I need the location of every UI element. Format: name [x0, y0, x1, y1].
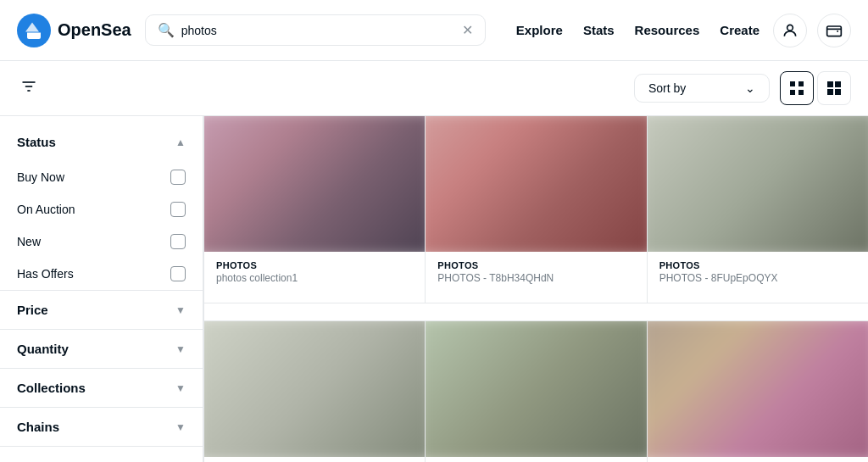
- sidebar-status-label: Status: [17, 135, 56, 149]
- nft-image-1: [204, 116, 425, 252]
- nft-card-5[interactable]: PHOTOS PHOTOS - 3w4t2Du4o3: [426, 321, 646, 462]
- sidebar-price-label: Price: [17, 303, 48, 317]
- nav-explore[interactable]: Explore: [516, 23, 563, 37]
- filter-buy-now-label: Buy Now: [17, 170, 64, 184]
- nav-stats[interactable]: Stats: [583, 23, 615, 37]
- opensea-logo-icon: [17, 14, 51, 47]
- nft-card-3[interactable]: PHOTOS PHOTOS - 8FUpEpOQYX: [648, 116, 868, 303]
- row-separator: [204, 303, 868, 320]
- sidebar-section-price: Price ▼: [0, 291, 203, 330]
- nft-info-5: PHOTOS PHOTOS - 3w4t2Du4o3: [426, 457, 646, 462]
- filter-new-checkbox[interactable]: [170, 234, 186, 249]
- filter-has-offers-label: Has Offers: [17, 267, 74, 281]
- nav-create[interactable]: Create: [720, 23, 760, 37]
- sidebar-chains-header[interactable]: Chains ▼: [0, 408, 203, 446]
- account-icon[interactable]: [773, 14, 807, 47]
- nft-info-1: photos photos collection1: [204, 252, 425, 296]
- svg-rect-7: [798, 81, 804, 86]
- nft-info-6: PHOTOS PHOTOS - wdQS8N7BgE: [648, 457, 868, 462]
- filter-toggle-icon[interactable]: [17, 75, 41, 103]
- nft-collection-1: photos: [216, 260, 413, 270]
- svg-rect-9: [798, 90, 804, 95]
- sidebar-price-header[interactable]: Price ▼: [0, 291, 203, 329]
- filter-on-auction-checkbox[interactable]: [170, 202, 186, 217]
- filter-buy-now-checkbox[interactable]: [170, 170, 186, 185]
- sidebar-category-label: Category: [17, 459, 72, 462]
- nft-grid: photos photos collection1 PHOTOS PHOTOS …: [203, 116, 868, 462]
- sidebar-section-chains: Chains ▼: [0, 408, 203, 447]
- search-icon: 🔍: [158, 22, 175, 38]
- nft-image-5: [426, 321, 646, 457]
- main-layout: Status ▲ Buy Now On Auction New Has Offe…: [0, 116, 868, 462]
- chevron-down-icon: ▼: [175, 343, 186, 355]
- logo-area: OpenSea: [17, 14, 131, 47]
- large-grid-view-button[interactable]: [817, 71, 851, 105]
- filter-new-label: New: [17, 235, 41, 248]
- svg-rect-2: [827, 26, 842, 36]
- nft-image-3: [648, 116, 868, 252]
- sidebar-section-status: Status ▲ Buy Now On Auction New Has Offe…: [0, 123, 203, 291]
- nft-card-1[interactable]: photos photos collection1: [204, 116, 425, 303]
- svg-point-1: [787, 25, 793, 31]
- sidebar-category-header[interactable]: Category ▼: [0, 447, 203, 462]
- sidebar-section-collections: Collections ▼: [0, 369, 203, 408]
- nav-resources[interactable]: Resources: [635, 23, 700, 37]
- filter-on-auction: On Auction: [0, 193, 203, 225]
- svg-rect-12: [827, 89, 833, 95]
- chevron-down-icon: ▼: [175, 382, 186, 394]
- filter-buy-now: Buy Now: [0, 161, 203, 193]
- search-input[interactable]: [181, 24, 455, 37]
- nft-image-2: [426, 116, 646, 252]
- nft-card-2[interactable]: PHOTOS PHOTOS - T8bH34QHdN: [426, 116, 646, 303]
- filter-on-auction-label: On Auction: [17, 203, 75, 216]
- nft-image-6: [648, 321, 868, 457]
- nft-image-4: [204, 321, 425, 457]
- nft-info-2: PHOTOS PHOTOS - T8bH34QHdN: [426, 252, 646, 296]
- grid-view-button[interactable]: [780, 71, 814, 105]
- chevron-down-icon: ⌄: [745, 81, 755, 95]
- sidebar: Status ▲ Buy Now On Auction New Has Offe…: [0, 116, 203, 462]
- sort-label: Sort by: [648, 81, 686, 95]
- search-bar: 🔍 ✕: [145, 14, 486, 46]
- svg-rect-10: [827, 81, 833, 87]
- nft-collection-2: PHOTOS: [437, 260, 634, 270]
- filter-new: New: [0, 225, 203, 258]
- sidebar-section-quantity: Quantity ▼: [0, 330, 203, 369]
- sidebar-quantity-label: Quantity: [17, 342, 69, 356]
- nft-name-1: photos collection1: [216, 272, 413, 284]
- nft-name-3: PHOTOS - 8FUpEpOQYX: [659, 272, 856, 284]
- nft-name-2: PHOTOS - T8bH34QHdN: [437, 272, 634, 284]
- sidebar-quantity-header[interactable]: Quantity ▼: [0, 330, 203, 368]
- svg-rect-11: [835, 81, 841, 87]
- nft-card-4[interactable]: PHOTOS PHOTOS - sNUmoHkiY7: [204, 321, 425, 462]
- wallet-icon[interactable]: [817, 14, 851, 47]
- nft-card-6[interactable]: PHOTOS PHOTOS - wdQS8N7BgE: [648, 321, 868, 462]
- clear-search-icon[interactable]: ✕: [462, 22, 473, 38]
- sidebar-chains-label: Chains: [17, 420, 59, 434]
- chevron-down-icon: ▼: [175, 421, 186, 433]
- chevron-down-icon: ▼: [175, 304, 186, 316]
- chevron-up-icon: ▲: [175, 136, 186, 148]
- content-area: photos photos collection1 PHOTOS PHOTOS …: [203, 116, 868, 462]
- sort-dropdown[interactable]: Sort by ⌄: [634, 74, 770, 103]
- sidebar-collections-label: Collections: [17, 381, 86, 395]
- nft-collection-3: PHOTOS: [659, 260, 856, 270]
- nft-info-4: PHOTOS PHOTOS - sNUmoHkiY7: [204, 457, 425, 462]
- svg-rect-13: [835, 89, 841, 95]
- filter-has-offers-checkbox[interactable]: [170, 266, 186, 281]
- filter-has-offers: Has Offers: [0, 258, 203, 290]
- svg-rect-6: [790, 81, 795, 86]
- logo-text: OpenSea: [58, 20, 131, 40]
- sidebar-section-category: Category ▼: [0, 447, 203, 462]
- sidebar-status-header[interactable]: Status ▲: [0, 123, 203, 161]
- nav-right: [773, 14, 851, 47]
- svg-rect-8: [790, 90, 795, 95]
- nft-info-3: PHOTOS PHOTOS - 8FUpEpOQYX: [648, 252, 868, 296]
- header: OpenSea 🔍 ✕ Explore Stats Resources Crea…: [0, 0, 868, 61]
- sidebar-collections-header[interactable]: Collections ▼: [0, 369, 203, 407]
- view-toggle: [780, 71, 851, 105]
- main-nav: Explore Stats Resources Create: [516, 23, 760, 37]
- sub-header: Sort by ⌄: [0, 61, 868, 116]
